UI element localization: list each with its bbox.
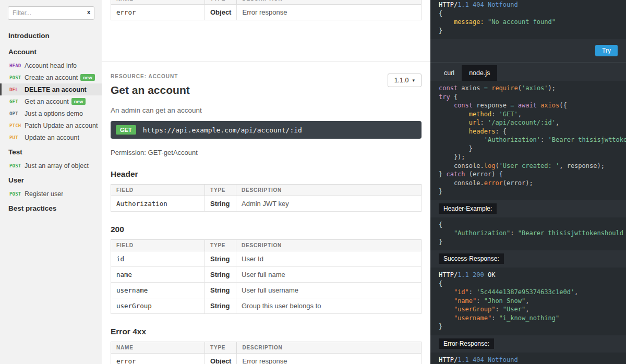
code-token: [439, 136, 484, 143]
table-cell: String: [205, 196, 236, 212]
sidebar-heading-introduction[interactable]: Introduction: [0, 27, 102, 43]
sidebar-item-patch-update-an-account[interactable]: PTCHPatch Update an account: [0, 119, 102, 131]
sample-request-row: Try: [430, 39, 626, 63]
code-token: [439, 297, 454, 305]
method-label: OPT: [9, 111, 25, 116]
code-token: const: [439, 84, 458, 92]
code-line: "username": "i_know_nothing": [439, 314, 618, 323]
success-response-code: HTTP/1.1 200 OK{ "id": '5c444e1387e95374…: [430, 268, 626, 335]
sidebar-heading-user[interactable]: User: [0, 172, 102, 188]
try-button[interactable]: Try: [595, 45, 618, 56]
version-dropdown[interactable]: 1.1.0 ▾: [388, 74, 422, 87]
sidebar-item-label: Account head info: [25, 62, 77, 69]
sidebar-item-get-an-account[interactable]: GETGet an accountnew: [0, 95, 102, 107]
previous-error-table: NAMETYPEDESCRIPTIONerrorObjectError resp…: [111, 0, 422, 20]
code-line: }: [439, 27, 618, 35]
code-token: :: [469, 288, 476, 296]
code-token: 'Authorization': [484, 136, 540, 143]
code-token: ({: [559, 102, 567, 109]
section-title-header: Header: [111, 169, 422, 179]
code-token: [439, 18, 454, 26]
sidebar-heading-test[interactable]: Test: [0, 143, 102, 160]
code-token: [484, 18, 488, 26]
sidebar-item-just-an-array-of-object[interactable]: POSTJust an array of object: [0, 160, 102, 172]
code-token: console.: [439, 162, 484, 169]
table-cell: userGroup: [111, 298, 205, 314]
sidebar-item-label: Get an account: [25, 98, 69, 105]
code-line: }: [439, 187, 618, 196]
code-token: {: [450, 93, 458, 101]
new-badge: new: [80, 74, 95, 81]
table-cell: Error response: [237, 5, 422, 20]
code-line: HTTP/1.1 200 OK: [439, 271, 618, 280]
table-cell: error: [111, 5, 205, 20]
code-token: : {: [495, 128, 507, 135]
table-cell: Group this user belongs to: [236, 298, 422, 314]
code-line: const axios = require('axios');: [439, 84, 618, 93]
table-header-row: NAMETYPEDESCRIPTION: [111, 342, 422, 354]
table-cell: id: [111, 251, 205, 267]
code-token: (: [518, 84, 522, 92]
sidebar-item-register-user[interactable]: POSTRegister user: [0, 188, 102, 200]
column-header: DESCRIPTION: [237, 342, 422, 354]
code-line: }: [439, 144, 618, 153]
filter-input[interactable]: [8, 6, 94, 20]
method-label: HEAD: [9, 63, 25, 68]
code-token: :: [510, 229, 517, 237]
filter-clear-button[interactable]: x: [87, 9, 90, 15]
code-token: catch: [446, 171, 465, 178]
code-language-tabs: curlnode.js: [430, 63, 626, 81]
sidebar-item-create-an-account[interactable]: POSTCreate an accountnew: [0, 71, 102, 83]
code-token: HTTP/: [439, 1, 458, 8]
table-cell: String: [205, 283, 236, 298]
table-cell: error: [111, 354, 205, 364]
code-token: [439, 102, 454, 109]
table-cell: Object: [205, 5, 237, 20]
sidebar-item-update-an-account[interactable]: PUTUpdate an account: [0, 131, 102, 143]
code-line: message: "No account found": [439, 18, 618, 27]
code-line: console.log('User created: ', response);: [439, 162, 618, 171]
header-example-label: Header-Example:: [439, 203, 497, 214]
code-token: "userGroup": [454, 306, 495, 313]
sidebar-item-just-a-options-demo[interactable]: OPTJust a options demo: [0, 107, 102, 119]
column-header: NAME: [111, 0, 205, 5]
tab-node-js[interactable]: node.js: [462, 65, 497, 81]
code-token: [439, 128, 469, 135]
header-example-row: Header-Example:: [430, 200, 626, 217]
filter-container: x: [8, 6, 94, 20]
code-token: , response);: [559, 162, 605, 169]
resource-label: RESOURCE: ACCOUNT: [111, 74, 190, 79]
code-line: }: [439, 238, 618, 247]
code-token: (: [495, 162, 499, 169]
api-doc-app: x IntroductionAccountHEADAccount head in…: [0, 0, 626, 364]
sidebar-item-label: DELETE an account: [25, 86, 87, 93]
table-cell: String: [205, 267, 236, 283]
code-token: "Jhon Snow": [484, 297, 525, 305]
code-line: method: 'GET',: [439, 110, 618, 119]
header-example-code: { "Authorization": "Bearer thisisjwttoke…: [430, 217, 626, 251]
article-description: An admin can get an account: [111, 106, 422, 114]
code-token: (error);: [503, 179, 533, 187]
sidebar-item-account-head-info[interactable]: HEADAccount head info: [0, 59, 102, 71]
table-cell: User Id: [236, 251, 422, 267]
code-line: "userGroup": "User",: [439, 305, 618, 314]
code-token: [439, 288, 454, 296]
table-row: errorObjectError response: [111, 354, 422, 364]
sidebar-item-delete-an-account[interactable]: DELDELETE an account: [0, 83, 102, 95]
code-token: url: [469, 119, 480, 126]
sidebar-heading-account[interactable]: Account: [0, 43, 102, 59]
tab-curl[interactable]: curl: [437, 65, 462, 81]
code-token: headers: [469, 128, 496, 135]
sidebar-heading-best-practices[interactable]: Best practices: [0, 200, 102, 216]
example-panel: HTTP/1.1 404 Notfound{ message: "No acco…: [430, 0, 626, 364]
code-line: });: [439, 153, 618, 162]
method-label: POST: [9, 75, 25, 80]
code-line: "id": '5c444e1387e95374633c1e0d',: [439, 288, 618, 297]
sidebar: x IntroductionAccountHEADAccount head in…: [0, 0, 102, 364]
table-header-row: NAMETYPEDESCRIPTION: [111, 0, 422, 5]
code-line: "Authorization": "Bearer thisisjwttokens…: [439, 229, 618, 238]
sidebar-item-label: Patch Update an account: [25, 122, 98, 129]
table-row: usernameStringUser full username: [111, 283, 422, 298]
code-line: {: [439, 221, 618, 229]
code-token: ,: [518, 111, 522, 118]
